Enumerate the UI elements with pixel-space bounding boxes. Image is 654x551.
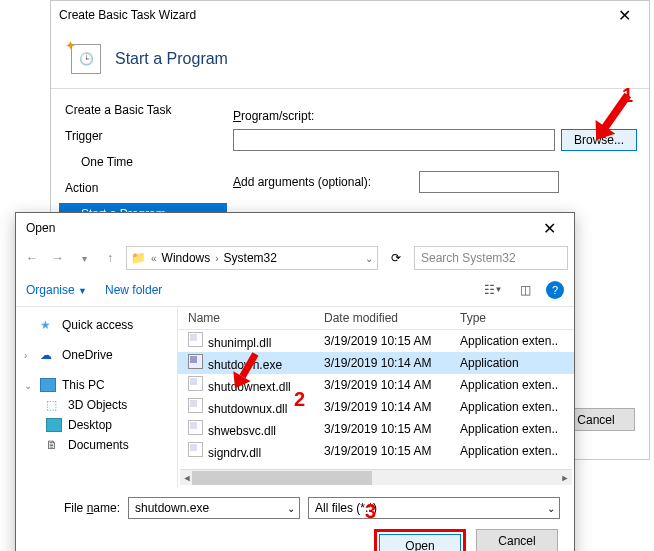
program-script-label: PProgram/script:rogram/script: bbox=[233, 109, 383, 123]
file-icon bbox=[188, 420, 203, 435]
nav-tree: ★Quick access ›☁OneDrive ⌄This PC ⬚3D Ob… bbox=[16, 307, 178, 487]
sidebar-item-action[interactable]: Action bbox=[59, 177, 227, 199]
col-date[interactable]: Date modified bbox=[324, 311, 460, 325]
tree-onedrive[interactable]: ›☁OneDrive bbox=[16, 345, 177, 365]
sidebar-item-trigger[interactable]: Trigger bbox=[59, 125, 227, 147]
file-type: Application exten.. bbox=[460, 378, 564, 392]
chevron-down-icon[interactable]: ⌄ bbox=[287, 503, 295, 514]
file-date: 3/19/2019 10:15 AM bbox=[324, 334, 460, 348]
tree-3d-objects[interactable]: ⬚3D Objects bbox=[16, 395, 177, 415]
file-name: shwebsvc.dll bbox=[208, 424, 276, 438]
file-name: signdrv.dll bbox=[208, 446, 261, 460]
file-name: shunimpl.dll bbox=[208, 336, 271, 350]
search-input[interactable]: Search System32 bbox=[414, 246, 568, 270]
search-placeholder: Search System32 bbox=[421, 251, 516, 265]
file-list: Name Date modified Type shunimpl.dll3/19… bbox=[178, 307, 574, 487]
breadcrumb[interactable]: 📁 « Windows › System32 ⌄ bbox=[126, 246, 378, 270]
back-icon[interactable]: ← bbox=[22, 247, 42, 269]
filename-value: shutdown.exe bbox=[135, 501, 209, 515]
chevron-right-icon: « bbox=[151, 253, 157, 264]
add-args-label: Add arguments (optional):Add arguments (… bbox=[233, 175, 413, 189]
cancel-button[interactable]: Cancel bbox=[476, 529, 558, 551]
tree-desktop[interactable]: Desktop bbox=[16, 415, 177, 435]
file-type: Application exten.. bbox=[460, 400, 564, 414]
new-folder-button[interactable]: New folder bbox=[105, 283, 162, 297]
wizard-header: 🕒 Start a Program bbox=[51, 29, 649, 89]
open-footer: File name:File name: shutdown.exe ⌄ All … bbox=[16, 487, 574, 551]
file-date: 3/19/2019 10:14 AM bbox=[324, 378, 460, 392]
list-header: Name Date modified Type bbox=[178, 307, 574, 330]
toolbar: Organise ▼ New folder ☷ ▼ ◫ ? bbox=[16, 273, 574, 307]
file-icon bbox=[188, 354, 203, 369]
file-icon bbox=[188, 376, 203, 391]
recent-dropdown-icon[interactable]: ▾ bbox=[74, 247, 94, 269]
file-type: Application bbox=[460, 356, 564, 370]
chevron-down-icon: ▼ bbox=[78, 286, 87, 296]
file-type-filter[interactable]: All files (*.*) ⌄ bbox=[308, 497, 560, 519]
tree-documents[interactable]: 🗎Documents bbox=[16, 435, 177, 455]
table-row[interactable]: shwebsvc.dll3/19/2019 10:15 AMApplicatio… bbox=[178, 418, 574, 440]
close-icon[interactable]: ✕ bbox=[608, 6, 641, 25]
refresh-icon[interactable]: ⟳ bbox=[384, 246, 408, 270]
file-date: 3/19/2019 10:15 AM bbox=[324, 444, 460, 458]
open-titlebar: Open ✕ bbox=[16, 213, 574, 243]
file-type: Application exten.. bbox=[460, 444, 564, 458]
annotation-number-3: 3 bbox=[365, 500, 376, 523]
breadcrumb-seg-windows[interactable]: Windows bbox=[162, 251, 211, 265]
annotation-number-2: 2 bbox=[294, 388, 305, 411]
folder-icon: 📁 bbox=[131, 251, 146, 265]
file-date: 3/19/2019 10:14 AM bbox=[324, 400, 460, 414]
tree-quick-access[interactable]: ★Quick access bbox=[16, 315, 177, 335]
forward-icon[interactable]: → bbox=[48, 247, 68, 269]
wizard-title: Create Basic Task Wizard bbox=[59, 8, 196, 22]
breadcrumb-dropdown-icon[interactable]: ⌄ bbox=[365, 253, 373, 264]
program-script-input[interactable] bbox=[233, 129, 555, 151]
annotation-highlight-3: OpenOpen bbox=[374, 529, 466, 551]
col-type[interactable]: Type bbox=[460, 311, 564, 325]
file-icon bbox=[188, 332, 203, 347]
table-row[interactable]: shunimpl.dll3/19/2019 10:15 AMApplicatio… bbox=[178, 330, 574, 352]
wizard-header-title: Start a Program bbox=[115, 50, 228, 68]
chevron-down-icon[interactable]: ⌄ bbox=[547, 503, 555, 514]
table-row[interactable]: shutdownux.dll3/19/2019 10:14 AMApplicat… bbox=[178, 396, 574, 418]
filename-label: File name:File name: bbox=[30, 501, 120, 515]
breadcrumb-seg-system32[interactable]: System32 bbox=[224, 251, 277, 265]
add-args-input[interactable] bbox=[419, 171, 559, 193]
file-name: shutdownux.dll bbox=[208, 402, 287, 416]
file-type: Application exten.. bbox=[460, 422, 564, 436]
horizontal-scrollbar[interactable]: ◄ ► bbox=[180, 469, 572, 485]
table-row[interactable]: signdrv.dll3/19/2019 10:15 AMApplication… bbox=[178, 440, 574, 462]
scroll-right-icon[interactable]: ► bbox=[558, 470, 572, 486]
file-icon bbox=[188, 442, 203, 457]
file-icon bbox=[188, 398, 203, 413]
sidebar-item-create-task[interactable]: Create a Basic Task bbox=[59, 99, 227, 121]
nav-row: ← → ▾ ↑ 📁 « Windows › System32 ⌄ ⟳ Searc… bbox=[16, 243, 574, 273]
view-options-icon[interactable]: ☷ ▼ bbox=[482, 279, 504, 301]
up-icon[interactable]: ↑ bbox=[100, 247, 120, 269]
filename-input[interactable]: shutdown.exe ⌄ bbox=[128, 497, 300, 519]
open-title: Open bbox=[26, 221, 55, 235]
sidebar-item-one-time[interactable]: One Time bbox=[59, 151, 227, 173]
open-dialog: Open ✕ ← → ▾ ↑ 📁 « Windows › System32 ⌄ … bbox=[15, 212, 575, 551]
help-icon[interactable]: ? bbox=[546, 281, 564, 299]
open-button[interactable]: OpenOpen bbox=[379, 534, 461, 551]
chevron-right-icon: › bbox=[215, 253, 218, 264]
file-date: 3/19/2019 10:14 AM bbox=[324, 356, 460, 370]
wizard-titlebar: Create Basic Task Wizard ✕ bbox=[51, 1, 649, 29]
wizard-icon: 🕒 bbox=[71, 44, 101, 74]
organise-menu[interactable]: Organise ▼ bbox=[26, 283, 87, 297]
annotation-number-1: 1 bbox=[622, 84, 633, 107]
preview-pane-icon[interactable]: ◫ bbox=[514, 279, 536, 301]
col-name[interactable]: Name bbox=[188, 311, 324, 325]
close-icon[interactable]: ✕ bbox=[535, 215, 564, 242]
file-type: Application exten.. bbox=[460, 334, 564, 348]
tree-this-pc[interactable]: ⌄This PC bbox=[16, 375, 177, 395]
scrollbar-thumb[interactable] bbox=[192, 471, 372, 485]
file-date: 3/19/2019 10:15 AM bbox=[324, 422, 460, 436]
